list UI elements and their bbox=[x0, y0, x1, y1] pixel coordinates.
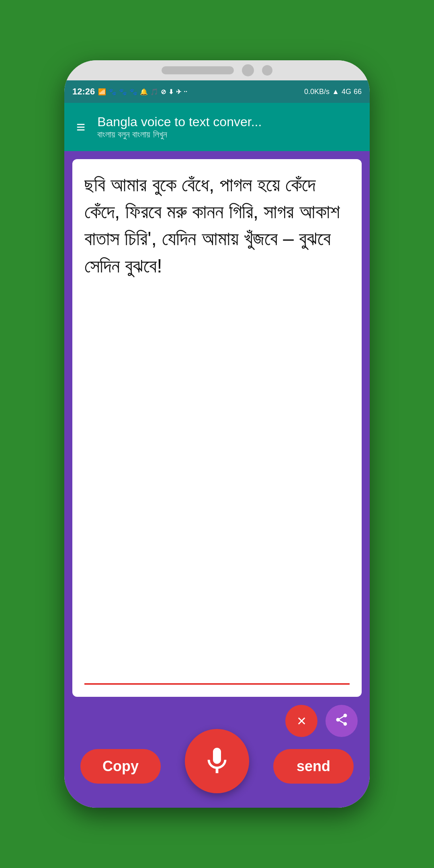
phone-top-bar bbox=[64, 60, 370, 80]
sim-icon: 📶 bbox=[98, 88, 106, 96]
text-underline bbox=[84, 683, 350, 685]
app-title: Bangla voice to text conver... bbox=[97, 115, 262, 129]
share-icon bbox=[334, 712, 349, 730]
app-bar-title-block: Bangla voice to text conver... বাংলায় ব… bbox=[97, 115, 262, 140]
blocked-icon: ⊘ bbox=[161, 88, 166, 96]
music-icon: 🎵 bbox=[150, 88, 158, 96]
app-bar: ≡ Bangla voice to text conver... বাংলায়… bbox=[64, 103, 370, 151]
network-type: 4G bbox=[342, 88, 351, 96]
app-subtitle: বাংলায় বলুন বাংলায় লিখুন bbox=[97, 129, 262, 140]
app-icon-2: 🐾 bbox=[119, 88, 127, 96]
delete-button[interactable]: ✕ bbox=[285, 705, 317, 737]
main-content: ছবি আমার বুকে বেঁধে, পাগল হয়ে কেঁদে কেঁ… bbox=[64, 151, 370, 808]
status-left: 12:26 📶 🐾 🐾 🐾 🔔 🎵 ⊘ ⬇ ✈ ·· bbox=[72, 86, 187, 97]
download-icon: ⬇ bbox=[168, 88, 174, 96]
copy-button[interactable]: Copy bbox=[80, 749, 161, 784]
app-icon-3: 🐾 bbox=[129, 88, 137, 96]
bottom-bar: Copy send bbox=[72, 745, 362, 800]
phone-camera2 bbox=[262, 65, 272, 76]
signal-icon: ▲ bbox=[332, 88, 339, 96]
status-right: 0.0KB/s ▲ 4G 66 bbox=[304, 88, 362, 96]
mic-icon bbox=[201, 745, 233, 777]
app-icon-1: 🐾 bbox=[108, 88, 117, 96]
status-icons: 📶 🐾 🐾 🐾 🔔 🎵 ⊘ ⬇ ✈ ·· bbox=[98, 88, 187, 96]
dots-icon: ·· bbox=[184, 88, 187, 95]
battery-level: 66 bbox=[354, 88, 362, 96]
share-button[interactable] bbox=[326, 705, 358, 737]
hamburger-menu-icon[interactable]: ≡ bbox=[76, 119, 85, 136]
delete-icon: ✕ bbox=[297, 714, 307, 728]
wifi-icon: ✈ bbox=[176, 88, 181, 96]
notification-icon: 🔔 bbox=[140, 88, 148, 96]
phone-camera bbox=[242, 64, 254, 76]
network-speed: 0.0KB/s bbox=[304, 88, 330, 96]
status-bar: 12:26 📶 🐾 🐾 🐾 🔔 🎵 ⊘ ⬇ ✈ ·· 0.0KB/s ▲ 4G … bbox=[64, 80, 370, 103]
phone-frame: 12:26 📶 🐾 🐾 🐾 🔔 🎵 ⊘ ⬇ ✈ ·· 0.0KB/s ▲ 4G … bbox=[64, 60, 370, 808]
transcribed-text[interactable]: ছবি আমার বুকে বেঁধে, পাগল হয়ে কেঁদে কেঁ… bbox=[84, 171, 350, 679]
phone-speaker bbox=[162, 66, 234, 74]
send-button[interactable]: send bbox=[273, 749, 354, 784]
mic-button[interactable] bbox=[185, 729, 249, 793]
text-box: ছবি আমার বুকে বেঁধে, পাগল হয়ে কেঁদে কেঁ… bbox=[72, 159, 362, 697]
status-time: 12:26 bbox=[72, 86, 95, 97]
